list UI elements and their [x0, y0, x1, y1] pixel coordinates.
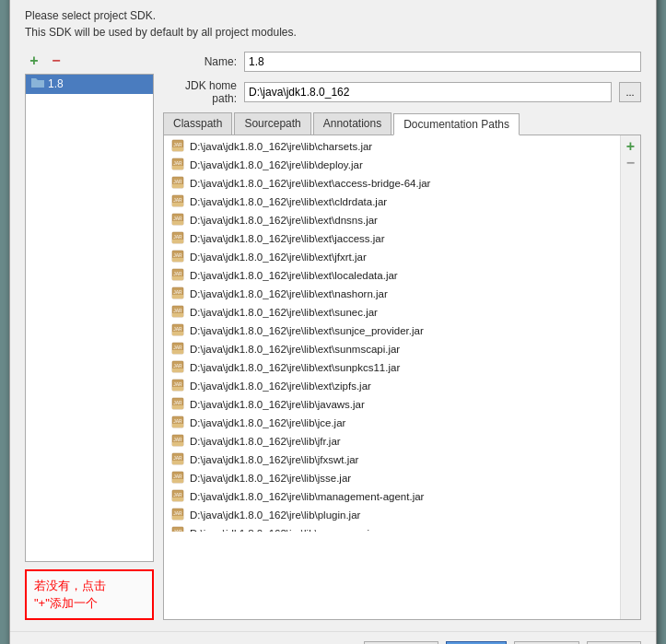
- add-sdk-button[interactable]: +: [25, 52, 43, 70]
- path-text: D:\java\jdk1.8.0_162\jre\lib\ext\sunec.j…: [190, 307, 378, 318]
- path-item[interactable]: JAR D:\java\jdk1.8.0_162\jre\lib\plugin.…: [164, 506, 640, 524]
- tab-annotations[interactable]: Annotations: [313, 112, 391, 135]
- jar-icon: JAR: [171, 489, 184, 504]
- jdk-path-input[interactable]: [244, 82, 612, 102]
- previous-button[interactable]: Previous: [364, 641, 438, 645]
- sdk-list[interactable]: 1.8: [25, 74, 154, 562]
- svg-text:JAR: JAR: [173, 474, 182, 479]
- jar-icon: JAR: [171, 360, 184, 375]
- path-item[interactable]: JAR D:\java\jdk1.8.0_162\jre\lib\ext\nas…: [164, 285, 640, 303]
- description: Please select project SDK. This SDK will…: [25, 7, 641, 41]
- annotation-text: 若没有，点击"+"添加一个: [34, 577, 145, 613]
- remove-path-button[interactable]: −: [626, 156, 635, 170]
- path-text: D:\java\jdk1.8.0_162\jre\lib\jce.jar: [190, 417, 345, 428]
- svg-text:JAR: JAR: [173, 197, 182, 203]
- cancel-button[interactable]: Cancel: [514, 641, 579, 645]
- path-item[interactable]: JAR D:\java\jdk1.8.0_162\jre\lib\javaws.…: [164, 395, 640, 414]
- path-item[interactable]: JAR D:\java\jdk1.8.0_162\jre\lib\ext\sun…: [164, 322, 640, 340]
- jar-icon: JAR: [171, 194, 184, 209]
- add-path-button[interactable]: +: [626, 139, 635, 154]
- svg-rect-53: [172, 442, 183, 446]
- svg-text:JAR: JAR: [173, 308, 182, 313]
- path-item[interactable]: JAR D:\java\jdk1.8.0_162\jre\lib\ext\sun…: [164, 358, 640, 377]
- path-item[interactable]: JAR D:\java\jdk1.8.0_162\jre\lib\ext\cld…: [164, 193, 640, 211]
- jar-icon: JAR: [171, 379, 184, 393]
- tab-classpath[interactable]: Classpath: [163, 112, 232, 135]
- jar-icon: JAR: [171, 139, 184, 154]
- annotation-box: 若没有，点击"+"添加一个: [25, 569, 154, 620]
- path-text: D:\java\jdk1.8.0_162\jre\lib\ext\jfxrt.j…: [190, 252, 367, 263]
- jar-icon: JAR: [171, 287, 184, 301]
- sdk-item-1.8[interactable]: 1.8: [26, 75, 153, 94]
- main-body: + − 1.8 若没有，点击"+"添加一个: [25, 52, 641, 620]
- jar-icon: JAR: [171, 434, 184, 449]
- path-item[interactable]: JAR D:\java\jdk1.8.0_162\jre\lib\ext\loc…: [164, 266, 640, 285]
- tabs-bar: Classpath Sourcepath Annotations Documen…: [163, 112, 641, 135]
- path-text: D:\java\jdk1.8.0_162\jre\lib\ext\sunjce_…: [190, 325, 424, 336]
- svg-rect-65: [172, 516, 183, 520]
- svg-rect-23: [172, 258, 183, 262]
- path-item[interactable]: JAR D:\java\jdk1.8.0_162\jre\lib\ext\dns…: [164, 211, 640, 229]
- path-item[interactable]: JAR D:\java\jdk1.8.0_162\jre\lib\ext\jac…: [164, 229, 640, 248]
- svg-rect-50: [172, 424, 183, 427]
- jar-icon: JAR: [171, 397, 184, 412]
- jar-icon: JAR: [171, 342, 184, 357]
- sdk-folder-icon: [31, 77, 44, 91]
- path-text: D:\java\jdk1.8.0_162\jre\lib\jfr.jar: [190, 436, 341, 447]
- svg-rect-20: [172, 240, 183, 243]
- path-item[interactable]: JAR D:\java\jdk1.8.0_162\jre\lib\jce.jar: [164, 414, 640, 432]
- svg-text:JAR: JAR: [173, 179, 182, 184]
- path-item[interactable]: JAR D:\java\jdk1.8.0_162\jre\lib\charset…: [164, 137, 640, 156]
- svg-rect-41: [172, 369, 183, 372]
- browse-button[interactable]: ...: [619, 82, 641, 102]
- jar-icon: JAR: [171, 231, 184, 246]
- svg-text:JAR: JAR: [173, 381, 182, 387]
- svg-text:JAR: JAR: [173, 289, 182, 295]
- svg-text:JAR: JAR: [173, 345, 182, 350]
- paths-panel: JAR D:\java\jdk1.8.0_162\jre\lib\charset…: [163, 135, 641, 620]
- tab-sourcepath[interactable]: Sourcepath: [234, 112, 310, 135]
- path-item[interactable]: JAR D:\java\jdk1.8.0_162\jre\lib\ext\zip…: [164, 377, 640, 395]
- jar-icon: JAR: [171, 508, 184, 522]
- jar-icon: JAR: [171, 250, 184, 264]
- help-button[interactable]: Help: [587, 641, 641, 645]
- jdk-label: JDK home path:: [163, 79, 237, 105]
- path-item[interactable]: JAR D:\java\jdk1.8.0_162\jre\lib\managem…: [164, 487, 640, 506]
- path-text: D:\java\jdk1.8.0_162\jre\lib\charsets.ja…: [190, 141, 372, 152]
- svg-rect-29: [172, 295, 183, 299]
- name-input[interactable]: [244, 52, 641, 72]
- svg-rect-38: [172, 350, 183, 354]
- svg-text:JAR: JAR: [173, 418, 182, 424]
- svg-text:JAR: JAR: [173, 271, 182, 276]
- tab-documentation-paths[interactable]: Documentation Paths: [393, 113, 520, 135]
- jar-icon: JAR: [171, 471, 184, 486]
- path-item[interactable]: JAR D:\java\jdk1.8.0_162\jre\lib\ext\sun…: [164, 340, 640, 358]
- path-text: D:\java\jdk1.8.0_162\jre\lib\plugin.jar: [190, 509, 360, 521]
- path-item[interactable]: JAR D:\java\jdk1.8.0_162\jre\lib\deploy.…: [164, 156, 640, 174]
- svg-text:JAR: JAR: [173, 529, 182, 532]
- path-item[interactable]: JAR D:\java\jdk1.8.0_162\jre\lib\jfxswt.…: [164, 451, 640, 469]
- sdk-item-label: 1.8: [48, 77, 64, 90]
- svg-rect-8: [172, 166, 183, 170]
- jar-icon: JAR: [171, 305, 184, 320]
- svg-rect-56: [172, 461, 183, 464]
- finish-button[interactable]: Finish: [446, 641, 507, 645]
- jar-icon: JAR: [171, 213, 184, 228]
- jar-icon: JAR: [171, 526, 184, 532]
- path-text: D:\java\jdk1.8.0_162\jre\lib\management-…: [190, 491, 424, 502]
- remove-sdk-button[interactable]: −: [47, 52, 65, 70]
- path-text: D:\java\jdk1.8.0_162\jre\lib\resources.j…: [190, 528, 379, 532]
- dialog-content: Please select project SDK. This SDK will…: [10, 0, 656, 631]
- svg-rect-35: [172, 332, 183, 335]
- path-text: D:\java\jdk1.8.0_162\jre\lib\jfxswt.jar: [190, 454, 358, 465]
- path-item[interactable]: JAR D:\java\jdk1.8.0_162\jre\lib\ext\sun…: [164, 303, 640, 322]
- svg-rect-32: [172, 313, 183, 317]
- path-text: D:\java\jdk1.8.0_162\jre\lib\ext\localed…: [190, 270, 398, 281]
- path-item[interactable]: JAR D:\java\jdk1.8.0_162\jre\lib\jfr.jar: [164, 432, 640, 451]
- right-panel: Name: JDK home path: ... Classpath Sourc…: [163, 52, 641, 620]
- path-item[interactable]: JAR D:\java\jdk1.8.0_162\jre\lib\jsse.ja…: [164, 469, 640, 487]
- path-item[interactable]: JAR D:\java\jdk1.8.0_162\jre\lib\ext\jfx…: [164, 248, 640, 266]
- path-item[interactable]: JAR D:\java\jdk1.8.0_162\jre\lib\resourc…: [164, 524, 640, 532]
- paths-list[interactable]: JAR D:\java\jdk1.8.0_162\jre\lib\charset…: [164, 135, 640, 532]
- path-item[interactable]: JAR D:\java\jdk1.8.0_162\jre\lib\ext\acc…: [164, 174, 640, 193]
